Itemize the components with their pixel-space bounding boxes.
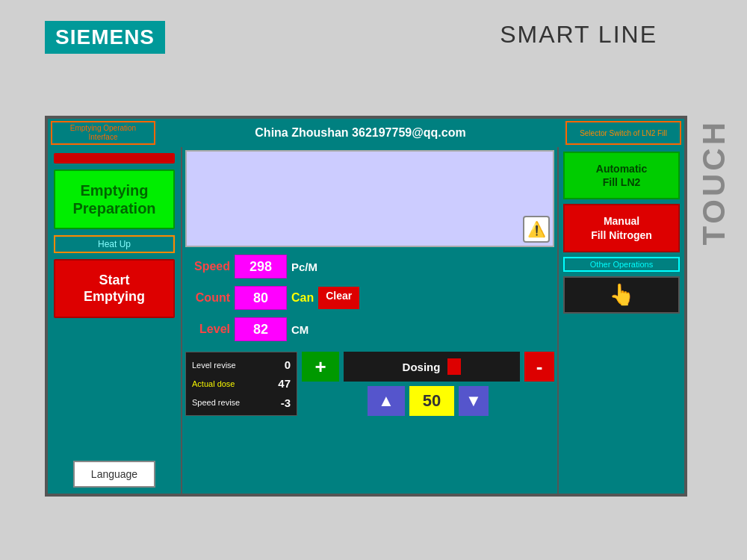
level-revise-row: Level revise 0 <box>192 358 291 371</box>
speed-row: Speed 298 Pc/M <box>185 253 554 280</box>
emptying-preparation-button[interactable]: EmptyingPreparation <box>54 169 175 229</box>
speed-value[interactable]: 298 <box>235 255 287 279</box>
dosing-row: + Dosing - <box>302 352 554 382</box>
revision-box: Level revise 0 Actual dose 47 Speed revi… <box>185 352 297 416</box>
speed-revise-row: Speed revise -3 <box>192 396 291 409</box>
count-row: Count 80 Can Clear <box>185 284 554 311</box>
count-value[interactable]: 80 <box>235 286 287 310</box>
controls-section: + Dosing - ▲ 50 ▼ <box>302 352 554 416</box>
actual-dose-value: 47 <box>268 377 291 390</box>
speed-unit: Pc/M <box>291 261 329 273</box>
arrow-row: ▲ 50 ▼ <box>302 386 554 416</box>
dosing-label: Dosing <box>403 361 441 373</box>
level-unit: CM <box>291 323 329 336</box>
minus-button[interactable]: - <box>524 352 554 382</box>
actual-dose-row: Actual dose 47 <box>192 377 291 390</box>
actual-dose-label: Actual dose <box>192 379 235 388</box>
middle-panel: ⚠️ Speed 298 Pc/M Count 80 Can <box>182 147 557 494</box>
red-bar <box>54 153 175 164</box>
down-arrow-button[interactable]: ▼ <box>459 386 489 416</box>
language-button[interactable]: Language <box>73 461 155 488</box>
operation-interface-label: Emptying Operation Interface <box>51 121 155 145</box>
warning-icon: ⚠️ <box>523 216 550 243</box>
hand-icon: 👆 <box>609 282 635 307</box>
heat-up-label: Heat Up <box>54 235 175 253</box>
level-revise-value: 0 <box>268 358 291 371</box>
dose-value-display: 50 <box>409 386 454 416</box>
clear-button[interactable]: Clear <box>318 287 359 309</box>
speed-revise-label: Speed revise <box>192 398 240 407</box>
bottom-section: Level revise 0 Actual dose 47 Speed revi… <box>185 352 554 416</box>
siemens-logo-text: SIEMENS <box>55 25 155 49</box>
header-row: Emptying Operation Interface China Zhous… <box>48 119 684 147</box>
touch-label: TOUCH <box>696 119 732 246</box>
left-panel: EmptyingPreparation Heat Up StartEmptyin… <box>48 147 182 494</box>
other-operations-label: Other Operations <box>563 257 680 272</box>
main-screen: Emptying Operation Interface China Zhous… <box>45 116 687 497</box>
product-name: SMART LINE <box>500 21 657 49</box>
start-emptying-button[interactable]: StartEmptying <box>54 259 175 318</box>
other-operations-button[interactable]: 👆 <box>563 276 680 314</box>
main-content: EmptyingPreparation Heat Up StartEmptyin… <box>48 147 684 494</box>
level-value[interactable]: 82 <box>235 317 287 341</box>
up-arrow-button[interactable]: ▲ <box>368 386 405 416</box>
level-row: Level 82 CM <box>185 316 554 343</box>
dosing-red-square <box>447 358 461 375</box>
level-revise-label: Level revise <box>192 361 236 370</box>
outer-bezel: SIEMENS SMART LINE TOUCH Emptying Operat… <box>0 0 747 560</box>
data-rows: Speed 298 Pc/M Count 80 Can Clear Level <box>185 250 554 346</box>
speed-revise-value: -3 <box>268 396 291 409</box>
plus-button[interactable]: + <box>302 352 339 382</box>
right-panel: AutomaticFill LN2 ManualFill Nitrogen Ot… <box>557 147 684 494</box>
can-label: Can <box>291 291 314 305</box>
count-label: Count <box>185 291 230 305</box>
level-label: Level <box>185 323 230 336</box>
manual-fill-button[interactable]: ManualFill Nitrogen <box>563 204 680 252</box>
speed-label: Speed <box>185 260 230 273</box>
selector-switch-label: Selector Switch of LN2 Fill <box>565 121 681 145</box>
header-center-text: China Zhoushan 362197759@qq.com <box>158 126 562 140</box>
dosing-button[interactable]: Dosing <box>344 352 520 382</box>
siemens-logo: SIEMENS <box>45 21 165 54</box>
display-area: ⚠️ <box>185 150 554 247</box>
auto-fill-button[interactable]: AutomaticFill LN2 <box>563 152 680 199</box>
